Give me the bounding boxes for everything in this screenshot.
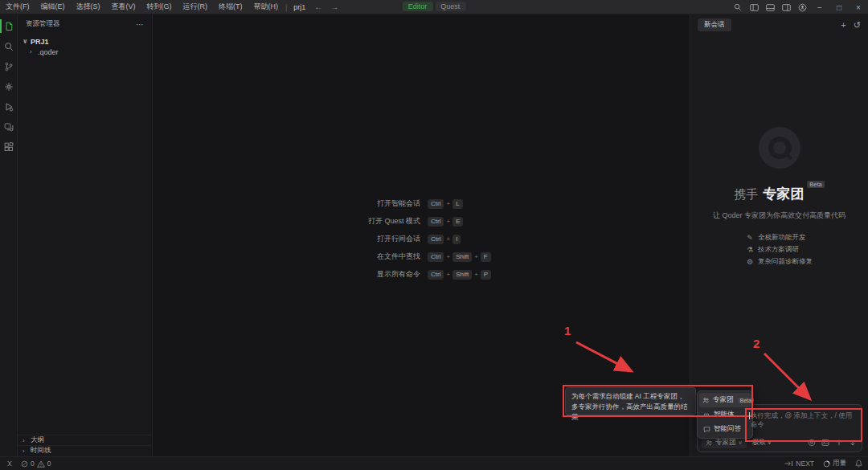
account-icon[interactable] (794, 0, 810, 14)
project-name: prj1 (293, 3, 305, 11)
notifications-bell-icon[interactable] (855, 460, 862, 468)
flask-icon: ⚗ (746, 246, 754, 254)
tree-item-root[interactable]: ∨ PRJ1 (18, 36, 152, 47)
key: Ctrl (428, 235, 444, 244)
chevron-right-icon: › (23, 437, 27, 444)
activitybar-source-control-icon[interactable] (0, 56, 18, 76)
chevron-down-icon: ∨ (23, 38, 27, 45)
nav-forward-icon[interactable]: → (330, 2, 338, 11)
error-count: 0 (31, 460, 35, 468)
shortcut-label: 在文件中查找 (320, 251, 420, 262)
next-tab-indicator[interactable]: NEXT (784, 460, 814, 468)
plus-separator: + (474, 253, 478, 260)
nav-back-icon[interactable]: ← (314, 2, 322, 11)
menu-item-label: 专家团 (713, 395, 734, 405)
mode-selector[interactable]: 专家团 ∨ (702, 437, 747, 448)
activitybar-remote-explorer-icon[interactable] (0, 116, 18, 137)
history-icon[interactable]: ↺ (854, 20, 861, 31)
infinity-icon: ∞ (702, 411, 710, 419)
menu-item-agent[interactable]: ∞ 智能体 (699, 407, 751, 422)
activitybar-search-icon[interactable] (0, 36, 18, 56)
titlebar: 文件(F) 编辑(E) 选择(S) 查看(V) 转到(G) 运行(R) 终端(T… (0, 0, 868, 14)
timeline-section[interactable]: › 时间线 (18, 445, 152, 456)
chevron-right-icon: › (23, 448, 27, 455)
hero-subtitle: 让 Qoder 专家团为你高效交付高质量代码 (690, 210, 868, 221)
window-close-icon[interactable]: × (849, 0, 868, 14)
shortcut-row: 打开智能会话 Ctrl+L (320, 198, 522, 209)
window-minimize-icon[interactable]: − (810, 0, 829, 14)
tree-item-qoder[interactable]: › .qoder (18, 47, 152, 57)
key: Ctrl (428, 252, 444, 262)
shortcut-label: 打开行间会话 (320, 234, 420, 244)
section-label: 大纲 (31, 435, 44, 445)
menu-terminal[interactable]: 终端(T) (213, 2, 248, 12)
menu-item-expert-team[interactable]: 专家团 Beta (699, 393, 751, 407)
menu-item-qa[interactable]: 智能问答 (699, 422, 751, 436)
status-bar: 0 0 NEXT 用量 (0, 456, 868, 470)
toggle-sidebar-left-icon[interactable] (746, 0, 762, 14)
key: E (452, 217, 463, 227)
window-maximize-icon[interactable]: □ (829, 0, 849, 14)
plus-separator: + (446, 200, 450, 207)
chat-input-placeholder: 执行完成，@ 添加上下文，/ 使用命令 (751, 411, 858, 429)
team-icon (702, 397, 710, 404)
toggle-sidebar-right-icon[interactable] (778, 0, 794, 14)
explorer-title: 资源管理器 (26, 19, 60, 29)
mode-tab-quest[interactable]: Quest (435, 2, 465, 11)
activitybar-agent-icon[interactable] (0, 76, 18, 96)
tree-item-label: .qoder (38, 48, 59, 56)
expert-team-tooltip: 为每个需求自动组建 AI 工程专家团，多专家并行协作，高效产出高质量的结果 (565, 387, 696, 415)
key: Ctrl (428, 199, 444, 209)
shortcut-label: 打开智能会话 (320, 198, 420, 209)
usage-label: 用量 (833, 459, 846, 468)
menu-view[interactable]: 查看(V) (106, 2, 141, 12)
activitybar-explorer-icon[interactable] (0, 16, 18, 36)
annotation-box-2-input[interactable]: 执行完成，@ 添加上下文，/ 使用命令 (745, 408, 862, 442)
explorer-panel: 资源管理器 ⋯ ∨ PRJ1 › .qoder › 大纲 › 时间线 (18, 14, 153, 456)
key: F (481, 252, 491, 262)
text-caret (749, 412, 750, 419)
chat-hero: 携手专家团Beta 让 Qoder 专家团为你高效交付高质量代码 ✎全栈新功能开… (690, 127, 868, 268)
tree-item-label: PRJ1 (31, 38, 49, 46)
menu-item-label: 智能体 (714, 410, 735, 419)
new-chat-icon[interactable]: + (841, 20, 845, 30)
toggle-panel-bottom-icon[interactable] (762, 0, 778, 14)
beta-badge: Beta (807, 181, 824, 188)
shortcut-label: 打开 Quest 模式 (320, 216, 420, 227)
qoder-window: 文件(F) 编辑(E) 选择(S) 查看(V) 转到(G) 运行(R) 终端(T… (0, 0, 868, 470)
menu-edit[interactable]: 编辑(E) (35, 2, 71, 12)
menu-run[interactable]: 运行(R) (178, 2, 214, 12)
usage-indicator[interactable]: 用量 (823, 459, 846, 468)
plus-separator: + (474, 271, 478, 278)
explorer-more-icon[interactable]: ⋯ (136, 20, 144, 29)
menu-selection[interactable]: 选择(S) (71, 2, 106, 12)
beta-badge: Beta (738, 398, 754, 403)
titlebar-actions: − □ × (730, 0, 868, 14)
mode-tab-editor[interactable]: Editor (403, 2, 433, 11)
activitybar-extensions-icon[interactable] (0, 137, 18, 157)
activity-bar (0, 14, 18, 456)
activitybar-run-debug-icon[interactable] (0, 96, 18, 116)
section-label: 时间线 (31, 446, 51, 456)
hero-title: 专家团 (763, 186, 804, 202)
mode-selector-label: 专家团 (715, 438, 736, 448)
search-icon[interactable] (730, 0, 746, 14)
menu-item-label: 智能问答 (714, 424, 741, 434)
next-label: NEXT (796, 460, 814, 468)
annotation-number-1: 1 (564, 324, 571, 337)
hero-prefix: 携手 (734, 187, 758, 201)
feature-label: 技术方案调研 (758, 245, 799, 255)
remote-indicator[interactable] (6, 460, 14, 468)
outline-section[interactable]: › 大纲 (18, 435, 152, 445)
plus-separator: + (446, 253, 450, 260)
menu-file[interactable]: 文件(F) (0, 2, 35, 12)
menu-help[interactable]: 帮助(H) (248, 2, 285, 12)
titlebar-separator: | (285, 3, 287, 11)
problems-indicator[interactable]: 0 0 (21, 460, 51, 468)
chat-tab-new-session[interactable]: 新会话 (698, 18, 731, 31)
shortcut-row: 打开行间会话 Ctrl+I (320, 234, 522, 244)
shortcut-row: 显示所有命令 Ctrl+Shift+P (320, 269, 522, 280)
menu-go[interactable]: 转到(G) (141, 2, 178, 12)
plus-separator: + (446, 218, 450, 225)
warning-count: 0 (47, 460, 51, 468)
